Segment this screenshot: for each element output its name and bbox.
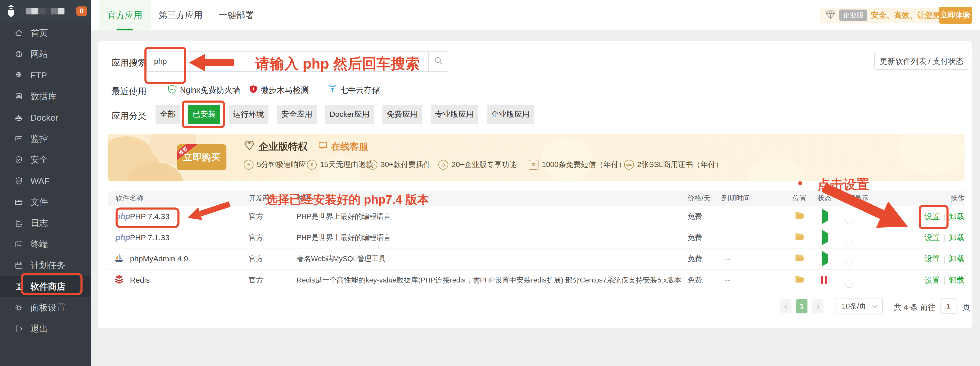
status-stopped-icon[interactable]: [821, 276, 827, 284]
search-icon: [434, 56, 443, 67]
table-row-phpmyadmin: phpMyAdmin 4.9 官方 著名Web端MySQL管理工具 免费 -- …: [108, 249, 964, 269]
support-label: 在线客服: [331, 141, 368, 153]
sidebar-item-label: 首页: [30, 27, 48, 39]
category-docker[interactable]: Docker应用: [325, 105, 374, 124]
status-running-icon[interactable]: [822, 255, 828, 263]
logo-area: 0: [0, 0, 91, 22]
uninstall-link[interactable]: 卸载: [949, 211, 964, 222]
action-divider: |: [943, 254, 945, 263]
next-page-button[interactable]: ›: [812, 299, 824, 314]
per-page-select[interactable]: 10条/页: [835, 298, 883, 314]
website-icon: [14, 50, 23, 59]
enterprise-badge: 企业版: [839, 10, 867, 21]
table-row-php71: php PHP 7.1.33 官方 PHP是世界上最好的编程语言 免费 -- 设…: [108, 227, 964, 249]
category-enterprise[interactable]: 企业版应用: [487, 105, 534, 124]
sidebar-item-label: 文件: [30, 196, 48, 208]
sidebar-item-ftp[interactable]: FTP: [0, 65, 91, 86]
banner-decoration: [897, 134, 964, 175]
annotation-rect-search: [145, 47, 186, 84]
uninstall-link[interactable]: 卸载: [949, 275, 964, 285]
app-desc: PHP是世界上最好的编程语言: [297, 233, 391, 242]
sidebar-item-label: 数据库: [30, 90, 57, 102]
sidebar-item-files[interactable]: 文件: [0, 192, 91, 212]
annotation-select-tip: 选择已经安装好的 php7.4 版本: [266, 192, 429, 208]
gem-small-icon: ◇: [438, 160, 448, 170]
content-card: 更新软件列表 / 支付状态 应用搜索 最近使用 WAF Nginx免费防火墙 微…: [98, 41, 972, 328]
feature-plugins: 30+ 30+款付费插件: [368, 160, 431, 170]
uninstall-link[interactable]: 卸载: [949, 233, 964, 243]
sidebar-item-docker[interactable]: Docker: [0, 107, 91, 128]
feature-response: ϟ 5分钟极速响应: [244, 160, 306, 170]
svg-text:WAF: WAF: [169, 88, 175, 91]
gem-enterprise-icon: 企: [244, 140, 255, 153]
logs-icon: [14, 219, 23, 228]
sidebar-item-terminal[interactable]: 终端: [0, 234, 91, 255]
tab-label: 官方应用: [107, 9, 142, 21]
status-running-icon[interactable]: [822, 233, 828, 242]
setup-link[interactable]: 设置: [924, 233, 940, 243]
status-running-icon[interactable]: [822, 212, 828, 221]
app-name[interactable]: Redis: [130, 276, 150, 285]
prev-page-button[interactable]: ‹: [780, 299, 791, 314]
goto-page-input[interactable]: [940, 298, 957, 314]
topbar: 官方应用 第三方应用 一键部署 企业版 安全、高效、让您更安心 立即体验: [91, 0, 980, 30]
search-button[interactable]: [428, 52, 449, 71]
recent-label: 最近使用: [111, 86, 146, 97]
category-free[interactable]: 免费应用: [382, 105, 422, 124]
sidebar-item-security[interactable]: 安全: [0, 149, 91, 170]
annotation-rect-installed: [182, 100, 225, 128]
app-price: 免费: [687, 275, 702, 285]
sidebar-item-monitor[interactable]: 监控: [0, 128, 91, 149]
buy-now-button[interactable]: 推荐 立即购买: [177, 144, 226, 170]
feature-text: 30+款付费插件: [381, 160, 431, 170]
tab-one-click-deploy[interactable]: 一键部署: [213, 0, 260, 30]
app-price: 免费: [687, 254, 702, 264]
category-security[interactable]: 安全应用: [277, 105, 317, 124]
setup-link[interactable]: 设置: [924, 275, 940, 285]
sms-icon: ✉: [529, 160, 538, 170]
uninstall-link[interactable]: 卸载: [949, 254, 964, 264]
folder-icon[interactable]: [795, 212, 805, 222]
folder-icon[interactable]: [795, 275, 805, 285]
sidebar-item-waf[interactable]: WAF WAF: [0, 170, 91, 192]
app-expire: --: [725, 212, 730, 221]
online-support-link[interactable]: 在线客服: [318, 141, 368, 153]
folder-icon[interactable]: [795, 233, 805, 243]
terminal-icon: [14, 240, 23, 249]
category-pro[interactable]: 专业版应用: [431, 105, 478, 124]
sidebar-item-home[interactable]: 首页: [0, 22, 91, 44]
sidebar-item-website[interactable]: 网站: [0, 44, 91, 65]
update-list-button[interactable]: 更新软件列表 / 支付状态: [874, 53, 969, 70]
tab-official-apps[interactable]: 官方应用: [99, 0, 151, 30]
folder-icon[interactable]: [795, 254, 805, 264]
privilege-label: 企业版特权: [259, 140, 308, 153]
app-name[interactable]: phpMyAdmin 4.9: [130, 254, 188, 263]
recent-app-qiniu[interactable]: 七牛云存储: [328, 84, 380, 96]
setup-link[interactable]: 设置: [924, 254, 940, 264]
banner-decoration: [542, 138, 593, 181]
feature-refund: ¥ 15天无理由退款: [307, 160, 373, 170]
page-unit: 页: [963, 302, 970, 313]
category-all[interactable]: 全部: [156, 105, 180, 124]
recent-app-threatbook[interactable]: 微步木马检测: [249, 84, 309, 96]
feature-text: 1000条免费短信（年付）: [542, 160, 626, 170]
app-name[interactable]: PHP 7.1.33: [130, 233, 169, 242]
table-row-php74: php PHP 7.4.33 官方 PHP是世界上最好的编程语言 免费 -- 设…: [108, 206, 964, 227]
recent-app-nginx-waf[interactable]: WAF Nginx免费防火墙: [168, 84, 240, 96]
sidebar-item-label: Docker: [30, 112, 58, 123]
app-vendor: 官方: [249, 254, 263, 264]
chevron-down-icon: [872, 302, 878, 311]
sidebar-item-settings[interactable]: 面板设置: [0, 297, 91, 318]
app-expire: --: [725, 233, 730, 242]
message-count-badge[interactable]: 0: [76, 6, 87, 16]
tab-third-party-apps[interactable]: 第三方应用: [157, 0, 205, 30]
sidebar-item-logout[interactable]: 退出: [0, 318, 91, 339]
sidebar-item-logs[interactable]: 日志: [0, 212, 91, 234]
waf-shield-icon: WAF: [168, 84, 177, 96]
category-runtime[interactable]: 运行环境: [229, 105, 269, 124]
try-now-button[interactable]: 立即体验: [939, 7, 972, 24]
software-store-page: 0 首页 网站 FTP 数据库 Docker: [0, 0, 980, 366]
col-name: 软件名称: [116, 193, 143, 203]
sidebar-item-database[interactable]: 数据库: [0, 86, 91, 107]
current-page-button[interactable]: 1: [796, 299, 807, 314]
